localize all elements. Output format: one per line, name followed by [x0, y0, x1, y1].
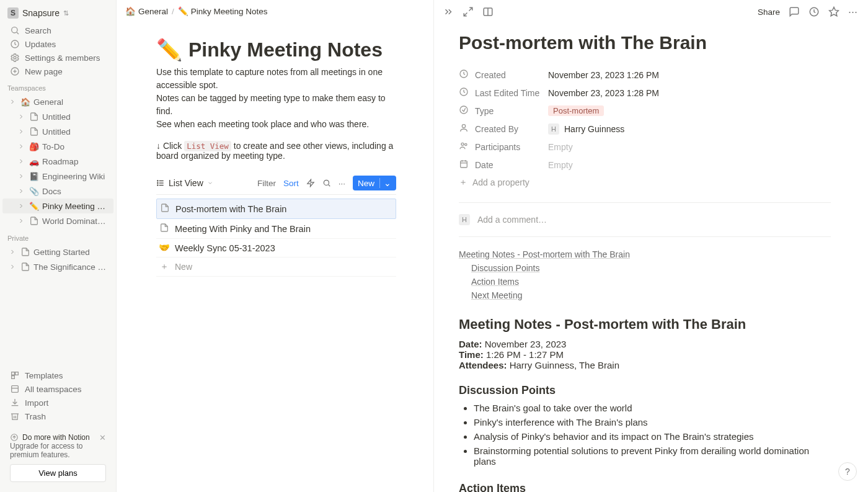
- property-row[interactable]: ParticipantsEmpty: [459, 138, 831, 156]
- sidebar-page-item[interactable]: Getting Started: [2, 244, 113, 259]
- row-title: Meeting With Pinky and The Brain: [175, 224, 311, 234]
- toc-root[interactable]: Meeting Notes - Post-mortem with The Bra…: [459, 249, 630, 259]
- page-emoji-icon[interactable]: ✏️: [156, 37, 182, 62]
- nav-allteamspaces[interactable]: All teamspaces: [2, 382, 113, 396]
- page-desc-line3: See when each meeting took place and who…: [156, 118, 396, 131]
- nav-search-label: Search: [25, 26, 51, 35]
- chevron-right-icon[interactable]: [7, 262, 17, 272]
- nav-updates[interactable]: Updates: [2, 37, 113, 51]
- property-value: Harry Guinness: [564, 124, 624, 134]
- chevron-right-icon[interactable]: [16, 216, 26, 226]
- sidebar-page-item[interactable]: 🎒To-Do: [2, 139, 113, 154]
- db-row[interactable]: Post-mortem with The Brain: [156, 199, 396, 219]
- table-of-contents: Meeting Notes - Post-mortem with The Bra…: [459, 249, 831, 300]
- divider: [459, 202, 831, 203]
- svg-rect-10: [12, 386, 19, 393]
- divider: [459, 236, 831, 237]
- more-icon[interactable]: ···: [339, 179, 345, 188]
- property-row[interactable]: CreatedNovember 23, 2023 1:26 PM: [459, 66, 831, 84]
- plus-icon: ＋: [459, 177, 467, 188]
- chevrons-icon: ⇅: [63, 9, 69, 17]
- db-row[interactable]: Meeting With Pinky and The Brain: [156, 219, 396, 239]
- comment-icon[interactable]: [789, 6, 800, 17]
- property-row[interactable]: Last Edited TimeNovember 23, 2023 1:28 P…: [459, 84, 831, 102]
- chevron-down-icon[interactable]: ⌄: [379, 178, 391, 188]
- page-title[interactable]: Pinky Meeting Notes: [188, 38, 383, 61]
- nav-settings[interactable]: Settings & members: [2, 51, 113, 65]
- chevron-right-icon[interactable]: [7, 97, 17, 107]
- instr-pre: ↓ Click: [156, 141, 184, 151]
- breadcrumb-current[interactable]: ✏️ Pinky Meeting Notes: [178, 6, 268, 16]
- sidebar-page-item[interactable]: Untitled: [2, 109, 113, 124]
- updates-icon[interactable]: [808, 6, 820, 17]
- breadcrumb-sep: /: [172, 7, 174, 16]
- db-row[interactable]: 🤝Weekly Sync 05-31-2023: [156, 239, 396, 257]
- db-new-button[interactable]: New ⌄: [353, 176, 396, 190]
- search-icon[interactable]: [322, 179, 331, 187]
- toc-item[interactable]: Discussion Points: [471, 263, 540, 273]
- clock-icon: [459, 69, 470, 81]
- db-filter-button[interactable]: Filter: [257, 179, 276, 188]
- list-item: Pinky's interference with The Brain's pl…: [474, 415, 831, 429]
- nav-updates-label: Updates: [25, 40, 56, 49]
- chevron-right-icon[interactable]: [16, 127, 26, 136]
- view-plans-button[interactable]: View plans: [10, 464, 106, 482]
- add-property[interactable]: ＋ Add a property: [459, 174, 831, 191]
- nav-trash[interactable]: Trash: [2, 409, 113, 423]
- page-description[interactable]: Use this template to capture notes from …: [156, 66, 396, 131]
- close-icon[interactable]: ✕: [99, 433, 106, 442]
- expand-icon[interactable]: [463, 6, 474, 17]
- bolt-icon[interactable]: [306, 179, 315, 187]
- workspace-switcher[interactable]: S Snapsure ⇅: [0, 0, 116, 24]
- nav-templates[interactable]: Templates: [2, 369, 113, 382]
- sidebar-page-item[interactable]: 📓Engineering Wiki: [2, 169, 113, 184]
- workspace-name: Snapsure: [22, 8, 60, 18]
- peek-topbar: Share ···: [434, 0, 868, 24]
- toc-item[interactable]: Next Meeting: [471, 290, 522, 300]
- peek-mode-icon[interactable]: [482, 6, 494, 17]
- property-name: Created: [475, 70, 543, 80]
- nav-newpage[interactable]: New page: [2, 65, 113, 78]
- share-button[interactable]: Share: [758, 7, 780, 17]
- chevron-right-icon[interactable]: [16, 156, 26, 166]
- sidebar-page-item[interactable]: 📎Docs: [2, 184, 113, 199]
- sidebar-page-item[interactable]: 🚗Roadmap: [2, 154, 113, 169]
- more-icon[interactable]: ···: [848, 6, 859, 17]
- comment-input[interactable]: H Add a comment…: [459, 214, 831, 225]
- property-row[interactable]: Created ByHHarry Guinness: [459, 120, 831, 138]
- tag: Post-mortem: [548, 105, 604, 116]
- pencil-emoji-icon: ✏️: [178, 6, 188, 16]
- svg-point-19: [157, 185, 158, 186]
- detail-title[interactable]: Post-mortem with The Brain: [459, 32, 831, 53]
- property-row[interactable]: TypePost-mortem: [459, 102, 831, 120]
- toc-item[interactable]: Action Items: [471, 277, 519, 287]
- db-sort-button[interactable]: Sort: [283, 179, 299, 188]
- chevron-right-icon[interactable]: [16, 201, 26, 211]
- chevron-right-icon[interactable]: [16, 141, 26, 151]
- sidebar-page-item[interactable]: Untitled: [2, 124, 113, 139]
- breadcrumb-general[interactable]: 🏠 General: [125, 6, 168, 16]
- comment-placeholder: Add a comment…: [477, 215, 547, 225]
- sidebar-page-item[interactable]: World Domination Sche…: [2, 213, 113, 228]
- chevron-right-icon[interactable]: [16, 171, 26, 181]
- chevron-right-icon[interactable]: [16, 112, 26, 122]
- sidebar-page-item[interactable]: 🏠General: [2, 94, 113, 109]
- db-new-label: New: [358, 179, 374, 188]
- favorite-icon[interactable]: [828, 6, 839, 17]
- chevron-right-icon[interactable]: [7, 247, 17, 257]
- sidebar-page-item[interactable]: ✏️Pinky Meeting Notes: [2, 199, 113, 213]
- db-new-row[interactable]: ＋ New: [156, 257, 396, 277]
- close-peek-icon[interactable]: [443, 6, 454, 17]
- breadcrumb-current-label: Pinky Meeting Notes: [191, 7, 268, 16]
- nav-search[interactable]: Search: [2, 24, 113, 37]
- row-icon: 🤝: [159, 243, 170, 253]
- nav-import[interactable]: Import: [2, 396, 113, 409]
- db-view-switcher[interactable]: List View: [156, 178, 213, 188]
- page-label: Roadmap: [42, 157, 107, 166]
- chevron-right-icon[interactable]: [16, 186, 26, 196]
- templates-icon: [10, 370, 20, 380]
- help-button[interactable]: ?: [838, 462, 857, 481]
- property-row[interactable]: DateEmpty: [459, 156, 831, 174]
- user-avatar: H: [459, 214, 470, 225]
- sidebar-page-item[interactable]: The Significance of Gui…: [2, 259, 113, 274]
